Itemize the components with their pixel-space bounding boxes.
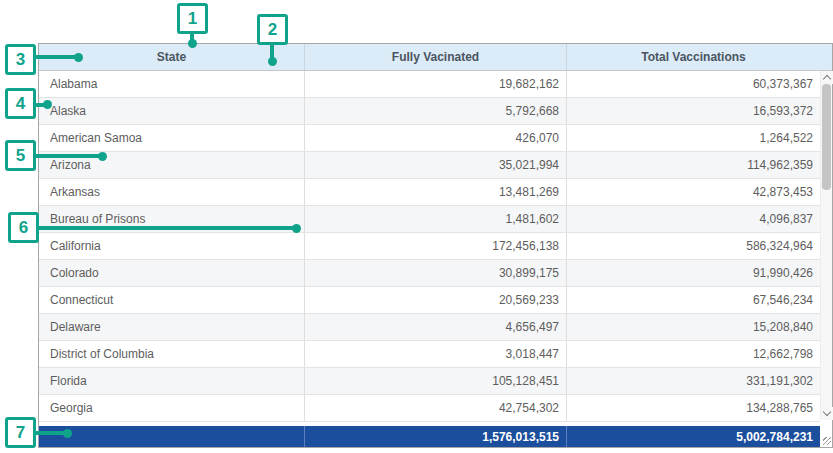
resize-grip[interactable] [823, 437, 831, 445]
fully-vacinated-cell: 35,021,994 [304, 152, 566, 178]
table-header-row: State Fully Vacinated Total Vaccinations [39, 44, 832, 71]
fully-vacinated-cell: 19,682,162 [304, 71, 566, 97]
callout-number: 2 [268, 21, 277, 38]
total-vaccinations-cell: 134,288,765 [566, 395, 820, 421]
table-row[interactable]: Delaware4,656,49715,208,840 [39, 314, 820, 341]
state-cell: District of Columbia [39, 341, 304, 367]
table-row[interactable]: Arkansas13,481,26942,873,453 [39, 179, 820, 206]
callout-connector [37, 226, 294, 230]
callout-dot [292, 224, 301, 233]
summary-state-cell [39, 426, 304, 447]
summary-row: 1,576,013,515 5,002,784,231 [39, 426, 820, 447]
table-row[interactable]: Arizona35,021,994114,962,359 [39, 152, 820, 179]
callout-box: 5 [5, 140, 36, 171]
table-row[interactable]: Florida105,128,451331,191,302 [39, 368, 820, 395]
table-row[interactable]: District of Columbia3,018,44712,662,798 [39, 341, 820, 368]
table-row[interactable]: Alabama19,682,16260,373,367 [39, 71, 820, 98]
state-cell: Colorado [39, 260, 304, 286]
column-header-fully-vacinated[interactable]: Fully Vacinated [304, 44, 566, 70]
callout-dot [188, 39, 197, 48]
fully-vacinated-cell: 4,656,497 [304, 314, 566, 340]
column-header-total-vaccinations[interactable]: Total Vaccinations [566, 44, 820, 70]
callout-box: 2 [257, 14, 288, 45]
header-filler [820, 44, 832, 70]
callout-number: 5 [16, 147, 25, 164]
callout-number: 7 [16, 424, 25, 441]
state-cell: Alaska [39, 98, 304, 124]
fully-vacinated-cell: 5,792,668 [304, 98, 566, 124]
table-row[interactable]: American Samoa426,0701,264,522 [39, 125, 820, 152]
table-row[interactable]: Connecticut20,569,23367,546,234 [39, 287, 820, 314]
total-vaccinations-cell: 4,096,837 [566, 206, 820, 232]
table-row[interactable]: Georgia42,754,302134,288,765 [39, 395, 820, 422]
callout-dot [74, 53, 83, 62]
total-vaccinations-cell: 114,962,359 [566, 152, 820, 178]
total-vaccinations-cell: 12,662,798 [566, 341, 820, 367]
callout-connector [34, 154, 100, 158]
total-vaccinations-cell: 15,208,840 [566, 314, 820, 340]
table-row[interactable]: California172,456,138586,324,964 [39, 233, 820, 260]
state-cell: Alabama [39, 71, 304, 97]
page: State Fully Vacinated Total Vaccinations… [0, 0, 833, 453]
total-vaccinations-cell: 91,990,426 [566, 260, 820, 286]
callout-box: 6 [8, 212, 39, 243]
scroll-down-button[interactable] [821, 407, 833, 420]
chevron-up-icon [823, 75, 831, 83]
fully-vacinated-cell: 30,899,175 [304, 260, 566, 286]
callout-box: 7 [5, 417, 36, 448]
callout-number: 4 [16, 95, 25, 112]
fully-vacinated-cell: 3,018,447 [304, 341, 566, 367]
total-vaccinations-cell: 331,191,302 [566, 368, 820, 394]
callout-dot [268, 57, 277, 66]
table-body: Alabama19,682,16260,373,367Alaska5,792,6… [39, 71, 820, 422]
state-cell: Georgia [39, 395, 304, 421]
callout-dot [63, 429, 72, 438]
summary-total-vaccinations-cell: 5,002,784,231 [566, 426, 820, 447]
callout-connector [34, 431, 65, 435]
chevron-down-icon [823, 408, 831, 416]
callout-dot [43, 100, 52, 109]
vertical-scrollbar[interactable] [820, 71, 832, 420]
table-row[interactable]: Alaska5,792,66816,593,372 [39, 98, 820, 125]
callout-number: 3 [16, 51, 25, 68]
vaccinations-table: State Fully Vacinated Total Vaccinations… [38, 43, 833, 448]
state-cell: California [39, 233, 304, 259]
fully-vacinated-cell: 42,754,302 [304, 395, 566, 421]
callout-number: 1 [188, 10, 197, 27]
fully-vacinated-cell: 13,481,269 [304, 179, 566, 205]
total-vaccinations-cell: 42,873,453 [566, 179, 820, 205]
fully-vacinated-cell: 1,481,602 [304, 206, 566, 232]
total-vaccinations-cell: 586,324,964 [566, 233, 820, 259]
state-cell: Arkansas [39, 179, 304, 205]
scroll-up-button[interactable] [821, 71, 833, 84]
callout-box: 1 [177, 3, 208, 34]
total-vaccinations-cell: 67,546,234 [566, 287, 820, 313]
total-vaccinations-cell: 60,373,367 [566, 71, 820, 97]
total-vaccinations-cell: 16,593,372 [566, 98, 820, 124]
callout-number: 6 [19, 219, 28, 236]
state-cell: Delaware [39, 314, 304, 340]
callout-box: 3 [5, 44, 36, 75]
state-cell: Connecticut [39, 287, 304, 313]
state-cell: American Samoa [39, 125, 304, 151]
state-cell: Florida [39, 368, 304, 394]
summary-fully-vacinated-cell: 1,576,013,515 [304, 426, 566, 447]
fully-vacinated-cell: 426,070 [304, 125, 566, 151]
scrollbar-thumb[interactable] [822, 84, 831, 190]
callout-dot [98, 152, 107, 161]
callout-connector [34, 55, 79, 59]
fully-vacinated-cell: 172,456,138 [304, 233, 566, 259]
total-vaccinations-cell: 1,264,522 [566, 125, 820, 151]
callout-box: 4 [5, 88, 36, 119]
fully-vacinated-cell: 20,569,233 [304, 287, 566, 313]
fully-vacinated-cell: 105,128,451 [304, 368, 566, 394]
table-row[interactable]: Colorado30,899,17591,990,426 [39, 260, 820, 287]
